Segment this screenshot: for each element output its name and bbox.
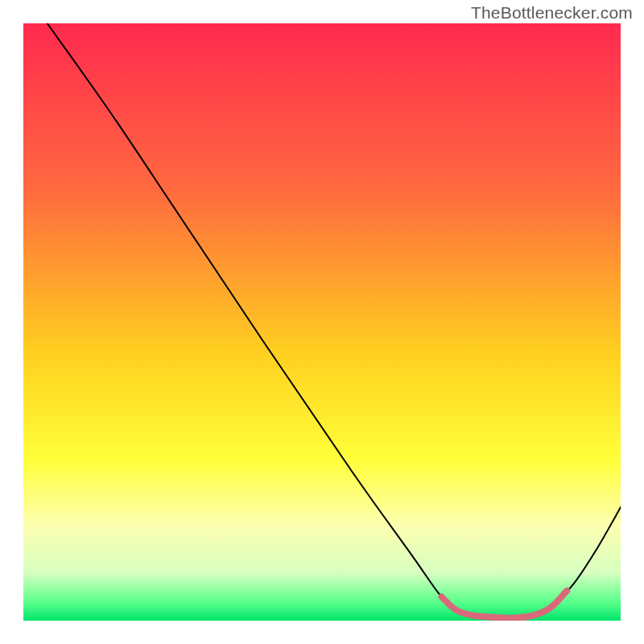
chart-area xyxy=(23,23,621,621)
bottleneck-chart xyxy=(23,23,621,621)
gradient-background xyxy=(23,23,621,621)
watermark-text: TheBottlenecker.com xyxy=(471,3,633,23)
